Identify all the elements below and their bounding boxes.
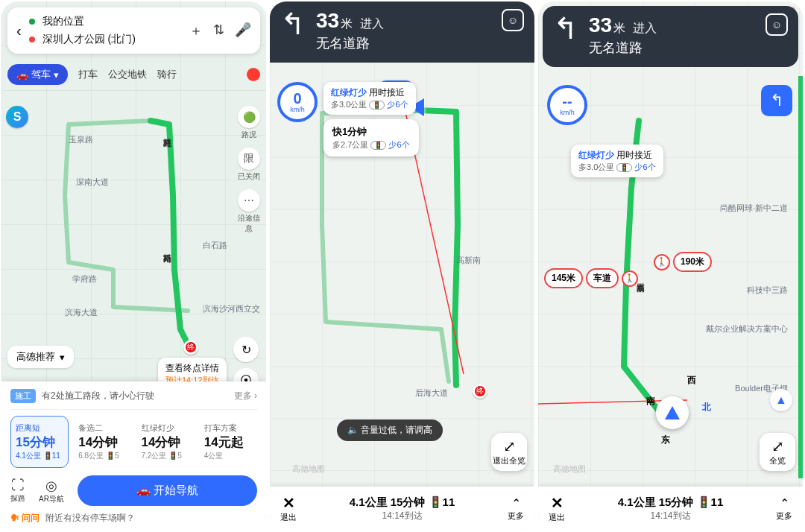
tab-drive[interactable]: 🚗 驾车 ▾ [7,64,68,85]
map-attribution: 高德地图 [553,463,586,475]
nav-road: 无名道路 [316,34,384,52]
speedometer: 0km/h [277,82,318,122]
compass-e: 东 [661,434,670,446]
nav-eta: 14:14到达 [565,510,776,522]
exit-nav-button[interactable]: ✕退出 [280,494,297,523]
to-field[interactable]: 深圳人才公园 (北门) [29,33,182,46]
progress-bar [798,76,803,478]
nav-bottom-bar: ✕退出 4.1公里 15分钟 🚦1114:14到达 ⌃更多 [538,487,803,531]
nav-distance: 33 [316,9,339,33]
route-info-button[interactable]: ⋯沿途信息 [236,189,262,234]
nav-summary: 4.1公里 15分钟 🚦11 [297,495,508,510]
next-turn-icon: ↰ [761,85,792,116]
tab-taxi[interactable]: 打车 [78,68,98,81]
street-label: 滨海大道 [65,307,98,318]
voice-icon[interactable]: 🎤 [235,22,251,39]
recenter-icon[interactable]: ▲ [770,389,792,411]
current-heading-icon [656,396,689,429]
alt-route-tip-1[interactable]: 红绿灯少 用时接近 多3.0公里 🚦 少6个 [323,82,416,115]
from-field[interactable]: 我的位置 [29,15,182,28]
nav-distance: 33 [589,13,612,37]
street-label: 玉泉路 [69,134,93,145]
road-hazard-right: 🚶 190米 [654,252,712,272]
poi-label: 尚酷网球·新中二道 [720,203,788,214]
tab-transit[interactable]: 公交地铁 [108,68,147,81]
destination-pin[interactable]: 终 [183,340,198,355]
screen-navigation-following: 📡 卫星信号弱 ↰ 33米进入 无名道路 ☺ --km/h ↰ 红绿灯少 用时接… [538,1,803,531]
nav-bottom-bar: ✕退出 4.1公里 15分钟 🚦1114:14到达 ⌃更多 [270,487,534,531]
street-label: 高新南 [456,255,481,266]
overview-button[interactable]: ⤢全览 [760,433,795,471]
assistant-prompt[interactable]: 🗣 问问 附近有没有停车场啊？ [10,512,257,525]
tab-cycle[interactable]: 骑行 [157,68,177,81]
street-label: 科技中三路 [747,285,788,296]
exit-overview-button[interactable]: ⤢退出全览 [491,433,527,471]
route-option-2[interactable]: 备选二14分钟6.8公里 🚦5 [73,416,131,468]
compass-n: 北 [702,401,711,414]
layers-icon[interactable]: S [6,106,28,128]
nav-header: ↰ 33米进入 无名道路 ☺ [270,1,534,63]
road-hazard-left: 145米 车道 🚶 [544,268,638,288]
turn-left-icon: ↰ [280,9,306,39]
nav-summary: 4.1公里 15分钟 🚦11 [565,495,776,510]
assistant-icon[interactable]: ☺ [502,9,524,31]
back-icon[interactable]: ‹ [16,22,22,39]
route-option-taxi[interactable]: 打车方案14元起4公里 [199,416,257,468]
mode-tabs: 🚗 驾车 ▾ 打车 公交地铁 骑行 [7,64,260,85]
street-label: 深南大道 [76,177,109,188]
speedometer: --km/h [547,85,587,125]
poi-label: 戴尔企业解决方案中心 [706,323,788,335]
nav-road: 无名道路 [589,39,657,57]
endpoint-title: 查看终点详情 [165,362,219,375]
screen-navigation-overview: 终 高新南 后海大道 高德地图 ↰ 33米进入 无名道路 ☺ 0km/h ↑↰ … [270,1,534,531]
screen-route-planning: 玉泉路 深南大道 学府路 滨海大道 白石路 滨海沙河西立交 科苑北路 科苑南路 … [1,1,266,531]
refresh-icon[interactable]: ↻ [233,337,259,362]
more-button[interactable]: ⌃更多 [508,496,524,522]
ar-nav-button[interactable]: ◎AR导航 [39,478,64,504]
nav-header: ↰ 33米进入 无名道路 ☺ [543,6,798,67]
street-label: 滨海沙河西立交 [203,303,260,314]
street-label: 后海大道 [415,387,448,399]
swap-icon[interactable]: ⇅ [213,22,224,39]
street-label: 白石路 [203,240,227,251]
restriction-toggle[interactable]: 限已关闭 [236,148,262,182]
turn-left-icon: ↰ [553,13,578,43]
search-panel: ‹ 我的位置 深圳人才公园 (北门) ＋ ⇅ 🎤 [7,7,260,54]
destination-pin[interactable]: 终 [473,384,487,399]
volume-toast: 🔈 音量过低，请调高 [337,419,443,441]
route-option-3[interactable]: 红绿灯少14分钟7.2公里 🚦5 [136,416,195,468]
more-button[interactable]: ⌃更多 [776,496,792,522]
route-option-1[interactable]: 距离短15分钟4.1公里 🚦11 [10,416,69,468]
notification-icon[interactable] [247,68,260,81]
explore-route-button[interactable]: ⛶探路 [10,478,25,504]
strategy-selector[interactable]: 高德推荐▾ [7,346,74,368]
assistant-icon[interactable]: ☺ [765,13,788,36]
street-label: 学府路 [72,273,97,285]
exit-nav-button[interactable]: ✕退出 [549,494,565,523]
add-waypoint-icon[interactable]: ＋ [189,22,203,39]
alt-route-tip[interactable]: 红绿灯少 用时接近 多3.0公里 🚦 少6个 [571,145,663,177]
nav-eta: 14:14到达 [297,510,508,522]
traffic-toggle[interactable]: 🟢路况 [236,106,262,140]
compass-s: 南 [646,395,655,408]
start-navigation-button[interactable]: 🚗 开始导航 [78,475,257,506]
alt-route-tip-2[interactable]: 快1分钟 多2.7公里 🚦 少6个 [323,119,419,156]
route-sheet: 施工 有2处施工路段，请小心行驶 更多 › 距离短15分钟4.1公里 🚦11 备… [1,381,266,531]
compass-w: 西 [687,374,696,387]
map-attribution: 高德地图 [292,463,325,475]
construction-notice[interactable]: 施工 有2处施工路段，请小心行驶 更多 › [10,389,257,410]
